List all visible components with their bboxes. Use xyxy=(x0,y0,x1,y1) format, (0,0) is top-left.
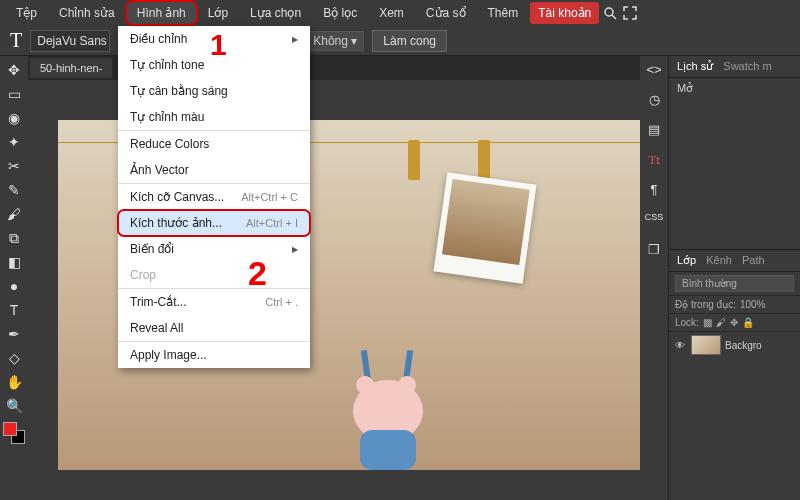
tab-history[interactable]: Lịch sử xyxy=(677,60,713,73)
fullscreen-icon[interactable] xyxy=(621,4,639,22)
swatches-icon[interactable]: ▤ xyxy=(644,122,664,142)
menu-item[interactable]: Biến đổi xyxy=(118,236,310,262)
lock-pixels-icon[interactable]: 🖌 xyxy=(716,317,726,328)
history-icon[interactable]: ◷ xyxy=(644,92,664,112)
hand-tool-icon[interactable]: ✋ xyxy=(3,371,25,393)
brush-tool-icon[interactable]: 🖌 xyxy=(3,203,25,225)
clone-tool-icon[interactable]: ⧉ xyxy=(3,227,25,249)
warp-button[interactable]: Làm cong xyxy=(372,30,447,52)
menu-item[interactable]: Apply Image... xyxy=(118,342,310,368)
menu-file[interactable]: Tệp xyxy=(6,2,47,24)
blend-mode-select[interactable]: Bình thường xyxy=(675,275,794,292)
menu-item[interactable]: Tự cân bằng sáng xyxy=(118,78,310,104)
image-menu-dropdown: Điều chỉnhTự chỉnh toneTự cân bằng sángT… xyxy=(118,26,310,368)
tab-paths[interactable]: Path xyxy=(742,254,765,267)
antialias-select[interactable]: Không ▾ xyxy=(306,31,364,51)
layer-row[interactable]: 👁 Backgro xyxy=(669,332,800,358)
document-tab[interactable]: 50-hinh-nen- xyxy=(30,58,112,78)
shape-tool-icon[interactable]: ◇ xyxy=(3,347,25,369)
menu-filter[interactable]: Bộ lọc xyxy=(313,2,367,24)
menu-select[interactable]: Lựa chọn xyxy=(240,2,311,24)
svg-line-1 xyxy=(612,15,616,19)
right-tool-strip: <> ◷ ▤ Tt ¶ CSS ❐ xyxy=(640,56,668,500)
code-icon[interactable]: <> xyxy=(644,62,664,82)
menu-view[interactable]: Xem xyxy=(369,2,414,24)
menu-more[interactable]: Thêm xyxy=(478,2,529,24)
history-list[interactable]: Mở xyxy=(669,78,800,99)
menu-window[interactable]: Cửa sổ xyxy=(416,2,476,24)
css-panel-icon[interactable]: CSS xyxy=(644,212,664,232)
eye-icon[interactable]: 👁 xyxy=(673,340,687,351)
toolbar: ✥ ▭ ◉ ✦ ✂ ✎ 🖌 ⧉ ◧ ● T ✒ ◇ ✋ 🔍 xyxy=(0,56,28,444)
opacity-value[interactable]: 100% xyxy=(740,299,766,310)
zoom-tool-icon[interactable]: 🔍 xyxy=(3,395,25,417)
lock-all-icon[interactable]: 🔒 xyxy=(742,317,754,328)
menu-item[interactable]: Kích cỡ Canvas...Alt+Ctrl + C xyxy=(118,184,310,210)
menu-edit[interactable]: Chỉnh sửa xyxy=(49,2,125,24)
lasso-tool-icon[interactable]: ◉ xyxy=(3,107,25,129)
tab-layers[interactable]: Lớp xyxy=(677,254,696,267)
menu-image[interactable]: Hình ảnh xyxy=(127,2,196,24)
annotation-2: 2 xyxy=(248,254,267,293)
wand-tool-icon[interactable]: ✦ xyxy=(3,131,25,153)
menu-item[interactable]: Reveal All xyxy=(118,315,310,341)
opacity-label: Độ trong đục: xyxy=(675,299,736,310)
crop-tool-icon[interactable]: ✂ xyxy=(3,155,25,177)
paragraph-icon[interactable]: ¶ xyxy=(644,182,664,202)
layer-thumbnail xyxy=(691,335,721,355)
type-tool-icon: T xyxy=(10,29,22,52)
eraser-tool-icon[interactable]: ◧ xyxy=(3,251,25,273)
menu-layer[interactable]: Lớp xyxy=(198,2,238,24)
char-panel-icon[interactable]: Tt xyxy=(644,152,664,172)
color-picker[interactable] xyxy=(3,422,25,444)
menu-item[interactable]: Tự chỉnh màu xyxy=(118,104,310,130)
menu-item[interactable]: Trim-Cắt...Ctrl + . xyxy=(118,289,310,315)
menu-item[interactable]: Ảnh Vector xyxy=(118,157,310,183)
lock-position-icon[interactable]: ✥ xyxy=(730,317,738,328)
move-tool-icon[interactable]: ✥ xyxy=(3,59,25,81)
eyedropper-tool-icon[interactable]: ✎ xyxy=(3,179,25,201)
font-family-select[interactable]: DejaVu Sans xyxy=(30,30,110,52)
marquee-tool-icon[interactable]: ▭ xyxy=(3,83,25,105)
layers-icon[interactable]: ❐ xyxy=(644,242,664,262)
menu-account[interactable]: Tài khoản xyxy=(530,2,599,24)
menu-item[interactable]: Kích thước ảnh...Alt+Ctrl + I xyxy=(118,210,310,236)
tab-swatches[interactable]: Swatch m xyxy=(723,60,771,73)
blur-tool-icon[interactable]: ● xyxy=(3,275,25,297)
type-tool-icon[interactable]: T xyxy=(3,299,25,321)
lock-transparency-icon[interactable]: ▩ xyxy=(703,317,712,328)
tab-channels[interactable]: Kênh xyxy=(706,254,732,267)
menubar: Tệp Chỉnh sửa Hình ảnh Lớp Lựa chọn Bộ l… xyxy=(0,0,800,26)
menu-item: Crop xyxy=(118,262,310,288)
svg-point-0 xyxy=(605,8,613,16)
lock-label: Lock: xyxy=(675,317,699,328)
search-icon[interactable] xyxy=(601,4,619,22)
right-panels: Lịch sử Swatch m Mở Lớp Kênh Path Bình t… xyxy=(668,56,800,500)
layer-name: Backgro xyxy=(725,340,762,351)
annotation-1: 1 xyxy=(210,28,227,62)
layers-panel-head: Lớp Kênh Path xyxy=(669,250,800,272)
pen-tool-icon[interactable]: ✒ xyxy=(3,323,25,345)
history-panel-head: Lịch sử Swatch m xyxy=(669,56,800,78)
menu-item[interactable]: Reduce Colors xyxy=(118,131,310,157)
